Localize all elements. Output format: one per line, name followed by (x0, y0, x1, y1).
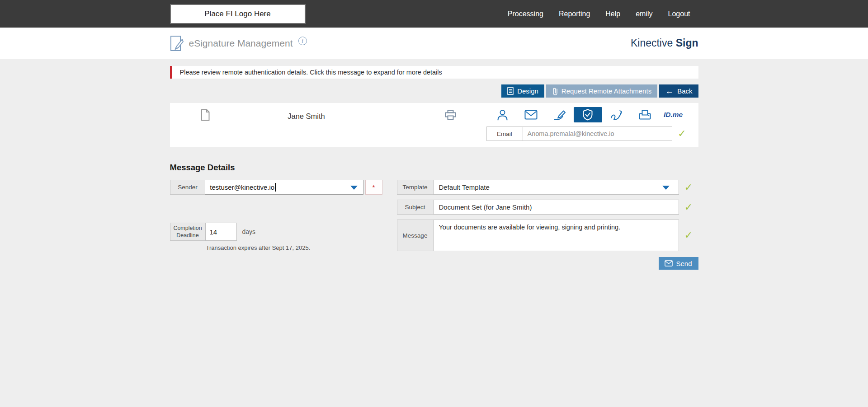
nav-item-help[interactable]: Help (605, 10, 620, 18)
nav-item-reporting[interactable]: Reporting (559, 10, 590, 18)
page-header: eSignature Management i Kinective Sign (0, 28, 868, 59)
sender-field-label: Sender (170, 180, 205, 195)
fi-logo-placeholder-text: Place FI Logo Here (204, 9, 270, 19)
auth-email-icon[interactable] (517, 107, 545, 122)
paperclip-icon (552, 87, 558, 95)
nav-item-username[interactable]: emily (636, 10, 652, 18)
message-field-label: Message (397, 220, 433, 251)
email-field-label: Email (486, 126, 523, 141)
subject-field-label: Subject (397, 200, 433, 215)
auth-draw-signature-icon[interactable] (602, 107, 631, 122)
template-valid-check-icon: ✓ (679, 182, 698, 193)
template-value: Default Template (439, 183, 490, 191)
idme-logo: ID.me (664, 111, 683, 119)
document-icon (200, 109, 210, 121)
auth-person-icon[interactable] (488, 107, 517, 122)
design-button[interactable]: Design (501, 84, 544, 98)
email-value: Anoma.premalal@kinective.io (528, 130, 614, 137)
esignature-document-icon (170, 35, 184, 52)
text-cursor (275, 183, 276, 192)
auth-fax-icon[interactable] (631, 107, 659, 122)
request-remote-attachments-label: Request Remote Attachments (561, 87, 651, 95)
send-button-label: Send (676, 260, 692, 267)
chevron-down-icon (350, 186, 358, 190)
authentication-method-row: ID.me (488, 107, 688, 122)
nav-item-logout[interactable]: Logout (668, 10, 690, 18)
design-document-icon (507, 87, 514, 95)
completion-deadline-label: Completion Deadline (170, 223, 205, 241)
message-details-form: Sender testuser@kinective.io * Completio… (170, 180, 698, 270)
alert-text: Please review remote authentication deta… (180, 69, 442, 76)
design-button-label: Design (517, 87, 538, 95)
action-toolbar: Design Request Remote Attachments ← Back (170, 84, 698, 98)
brand-logo: Kinective Sign (631, 37, 698, 49)
subject-value: Document Set (for Jane Smith) (439, 203, 532, 211)
page-title: eSignature Management (189, 38, 293, 49)
completion-deadline-value: 14 (210, 228, 217, 236)
auth-signature-pen-icon[interactable] (545, 107, 574, 122)
message-textarea[interactable]: Your documents are available for viewing… (433, 220, 679, 251)
required-field-marker: * (365, 180, 382, 195)
subject-valid-check-icon: ✓ (679, 201, 698, 213)
back-button[interactable]: ← Back (659, 84, 698, 98)
brand-name: Kinective (631, 37, 673, 49)
chevron-down-icon (662, 186, 670, 190)
subject-input[interactable]: Document Set (for Jane Smith) (433, 200, 679, 215)
email-input[interactable]: Anoma.premalal@kinective.io (523, 126, 672, 141)
nav-item-processing[interactable]: Processing (508, 10, 543, 18)
template-select[interactable]: Default Template (433, 180, 679, 195)
back-button-label: Back (677, 87, 692, 95)
back-arrow-icon: ← (665, 87, 674, 95)
template-field-label: Template (397, 180, 433, 195)
recipient-name: Jane Smith (250, 112, 363, 121)
send-envelope-icon (665, 260, 673, 267)
days-label: days (242, 228, 256, 235)
recipient-email-field: Email Anoma.premalal@kinective.io ✓ (486, 126, 692, 141)
printer-icon[interactable] (445, 110, 456, 120)
expiry-note: Transaction expires after Sept 17, 2025. (206, 244, 382, 251)
auth-shield-icon[interactable] (574, 107, 602, 122)
asterisk-icon: * (373, 183, 375, 191)
send-button[interactable]: Send (659, 257, 698, 270)
remote-authentication-alert[interactable]: Please review remote authentication deta… (170, 66, 698, 79)
sender-value: testuser@kinective.io (210, 183, 274, 191)
sender-select[interactable]: testuser@kinective.io (205, 180, 363, 195)
top-bar: Place FI Logo Here Processing Reporting … (0, 0, 868, 28)
brand-product: Sign (676, 37, 698, 49)
message-valid-check-icon: ✓ (679, 229, 698, 241)
completion-deadline-input[interactable]: 14 (205, 223, 237, 241)
email-valid-check-icon: ✓ (672, 126, 692, 141)
auth-idme-icon[interactable]: ID.me (659, 107, 688, 122)
recipient-card: Jane Smith (170, 103, 698, 147)
message-details-heading: Message Details (170, 163, 698, 173)
info-icon[interactable]: i (298, 37, 307, 45)
fi-logo-placeholder: Place FI Logo Here (170, 4, 306, 24)
main-content: Please review remote authentication deta… (0, 59, 868, 407)
request-remote-attachments-button[interactable]: Request Remote Attachments (546, 84, 657, 98)
top-navigation: Processing Reporting Help emily Logout (508, 10, 698, 18)
